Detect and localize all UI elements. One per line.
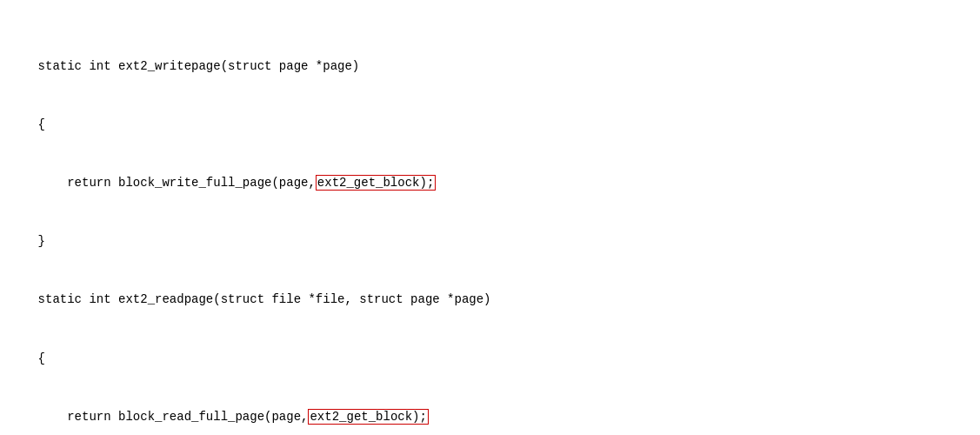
code-line: { [9,349,971,368]
code-viewer: static int ext2_writepage(struct page *p… [0,0,980,435]
code-line: return block_write_full_page(page,ext2_g… [9,173,971,192]
code-line: static int ext2_readpage(struct file *fi… [9,290,971,309]
code-line: return block_read_full_page(page,ext2_ge… [9,407,971,426]
code-line: static int ext2_writepage(struct page *p… [9,57,971,76]
code-line: { [9,115,971,134]
highlight-ext2-get-block-1: ext2_get_block); [316,175,436,191]
highlight-ext2-get-block-2: ext2_get_block); [308,409,428,425]
code-line: } [9,231,971,251]
